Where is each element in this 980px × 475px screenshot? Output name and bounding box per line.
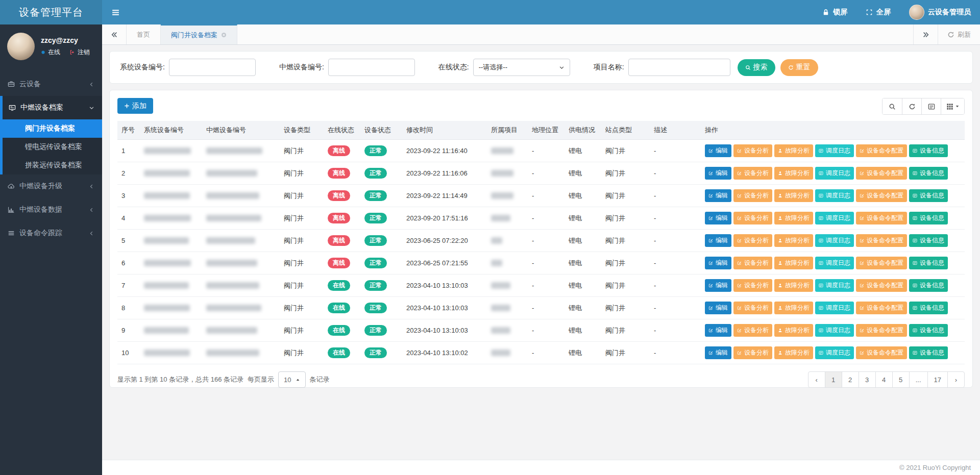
- row-action-5[interactable]: 设备命令配置: [856, 279, 907, 292]
- row-action-6[interactable]: 设备信息: [909, 144, 948, 157]
- row-action-1[interactable]: 编辑: [705, 212, 731, 224]
- row-action-4[interactable]: 调度日志: [815, 212, 854, 224]
- sidebar-item-3[interactable]: 中燃设备升级: [0, 174, 102, 198]
- row-action-5[interactable]: 设备命令配置: [856, 257, 907, 269]
- zr-device-id-input[interactable]: [328, 59, 415, 76]
- page-button-1[interactable]: 1: [825, 371, 842, 388]
- page-button-›[interactable]: ›: [947, 371, 965, 388]
- row-action-4[interactable]: 调度日志: [815, 279, 854, 292]
- sidebar-item-4[interactable]: 中燃设备数据: [0, 198, 102, 221]
- row-action-5[interactable]: 设备命令配置: [856, 212, 907, 224]
- reset-button[interactable]: 重置: [780, 59, 818, 76]
- row-action-2[interactable]: 设备分析: [733, 346, 772, 359]
- sidebar-subitem-3[interactable]: 拼装远传设备档案: [3, 156, 102, 174]
- table-search-toggle-button[interactable]: [883, 98, 902, 114]
- tab-refresh-button[interactable]: 刷新: [938, 24, 980, 44]
- row-action-4[interactable]: 调度日志: [815, 234, 854, 247]
- table-columns-button[interactable]: [941, 98, 964, 114]
- page-button-...[interactable]: ...: [909, 371, 928, 388]
- page-size-dropdown[interactable]: 10: [278, 371, 305, 388]
- page-button-2[interactable]: 2: [842, 371, 859, 388]
- row-action-1[interactable]: 编辑: [705, 189, 731, 202]
- table-refresh-button[interactable]: [902, 98, 921, 114]
- row-action-6[interactable]: 设备信息: [909, 346, 948, 359]
- row-action-2[interactable]: 设备分析: [733, 324, 772, 337]
- row-action-3[interactable]: 故障分析: [774, 144, 813, 157]
- row-action-3[interactable]: 故障分析: [774, 279, 813, 292]
- sidebar-item-2[interactable]: 中燃设备档案: [3, 96, 102, 119]
- page-button-3[interactable]: 3: [859, 371, 876, 388]
- row-action-4[interactable]: 调度日志: [815, 257, 854, 269]
- row-action-2[interactable]: 设备分析: [733, 189, 772, 202]
- row-action-2[interactable]: 设备分析: [733, 167, 772, 180]
- row-action-2[interactable]: 设备分析: [733, 144, 772, 157]
- row-action-2[interactable]: 设备分析: [733, 302, 772, 314]
- sidebar-toggle-button[interactable]: [102, 0, 129, 24]
- row-action-1[interactable]: 编辑: [705, 234, 731, 247]
- page-button-17[interactable]: 17: [927, 371, 948, 388]
- system-device-id-input[interactable]: [169, 59, 256, 76]
- tabs-scroll-right-button[interactable]: [913, 24, 938, 44]
- tab-2[interactable]: 阀门井设备档案: [161, 24, 237, 44]
- row-action-5[interactable]: 设备命令配置: [856, 144, 907, 157]
- user-menu-button[interactable]: 云设备管理员: [900, 0, 980, 24]
- row-action-4[interactable]: 调度日志: [815, 167, 854, 180]
- row-action-6[interactable]: 设备信息: [909, 189, 948, 202]
- row-action-1[interactable]: 编辑: [705, 302, 731, 314]
- page-button-4[interactable]: 4: [875, 371, 893, 388]
- row-action-4[interactable]: 调度日志: [815, 324, 854, 337]
- online-status-select[interactable]: --请选择--: [473, 59, 570, 76]
- row-action-6[interactable]: 设备信息: [909, 212, 948, 224]
- sidebar-item-1[interactable]: 云设备: [0, 72, 102, 96]
- row-action-3[interactable]: 故障分析: [774, 346, 813, 359]
- row-action-5[interactable]: 设备命令配置: [856, 324, 907, 337]
- row-action-1[interactable]: 编辑: [705, 324, 731, 337]
- row-action-5[interactable]: 设备命令配置: [856, 346, 907, 359]
- row-action-6[interactable]: 设备信息: [909, 324, 948, 337]
- row-action-4[interactable]: 调度日志: [815, 346, 854, 359]
- row-action-5[interactable]: 设备命令配置: [856, 189, 907, 202]
- row-action-3[interactable]: 故障分析: [774, 302, 813, 314]
- tabs-scroll-left-button[interactable]: [102, 24, 127, 44]
- row-action-6[interactable]: 设备信息: [909, 234, 948, 247]
- fullscreen-button[interactable]: 全屏: [856, 0, 900, 24]
- row-action-1[interactable]: 编辑: [705, 144, 731, 157]
- row-action-6[interactable]: 设备信息: [909, 167, 948, 180]
- logout-link[interactable]: 注销: [78, 48, 90, 57]
- row-action-5[interactable]: 设备命令配置: [856, 167, 907, 180]
- row-action-3[interactable]: 故障分析: [774, 189, 813, 202]
- row-action-2[interactable]: 设备分析: [733, 234, 772, 247]
- add-button[interactable]: 添加: [117, 98, 153, 114]
- tab-1[interactable]: 首页: [127, 24, 161, 44]
- row-action-5[interactable]: 设备命令配置: [856, 302, 907, 314]
- blurred-zr-device-id: [206, 327, 257, 334]
- row-action-1[interactable]: 编辑: [705, 257, 731, 269]
- row-action-3[interactable]: 故障分析: [774, 167, 813, 180]
- sidebar-item-5[interactable]: 设备命令跟踪: [0, 221, 102, 245]
- row-action-3[interactable]: 故障分析: [774, 212, 813, 224]
- row-action-1[interactable]: 编辑: [705, 279, 731, 292]
- sidebar-subitem-2[interactable]: 锂电远传设备档案: [3, 138, 102, 156]
- sidebar-subitem-1[interactable]: 阀门井设备档案: [3, 119, 102, 138]
- row-action-4[interactable]: 调度日志: [815, 189, 854, 202]
- row-action-2[interactable]: 设备分析: [733, 212, 772, 224]
- row-action-2[interactable]: 设备分析: [733, 257, 772, 269]
- row-action-6[interactable]: 设备信息: [909, 257, 948, 269]
- lock-screen-button[interactable]: 锁屏: [813, 0, 856, 24]
- search-button[interactable]: 搜索: [738, 59, 775, 76]
- row-action-1[interactable]: 编辑: [705, 167, 731, 180]
- page-button-5[interactable]: 5: [892, 371, 910, 388]
- row-action-3[interactable]: 故障分析: [774, 234, 813, 247]
- row-action-3[interactable]: 故障分析: [774, 324, 813, 337]
- row-action-6[interactable]: 设备信息: [909, 279, 948, 292]
- row-action-4[interactable]: 调度日志: [815, 302, 854, 314]
- row-action-2[interactable]: 设备分析: [733, 279, 772, 292]
- row-action-4[interactable]: 调度日志: [815, 144, 854, 157]
- row-action-5[interactable]: 设备命令配置: [856, 234, 907, 247]
- row-action-6[interactable]: 设备信息: [909, 302, 948, 314]
- row-action-1[interactable]: 编辑: [705, 346, 731, 359]
- table-card-view-button[interactable]: [921, 98, 941, 114]
- row-action-3[interactable]: 故障分析: [774, 257, 813, 269]
- page-button-‹[interactable]: ‹: [808, 371, 825, 388]
- project-name-input[interactable]: [628, 59, 730, 76]
